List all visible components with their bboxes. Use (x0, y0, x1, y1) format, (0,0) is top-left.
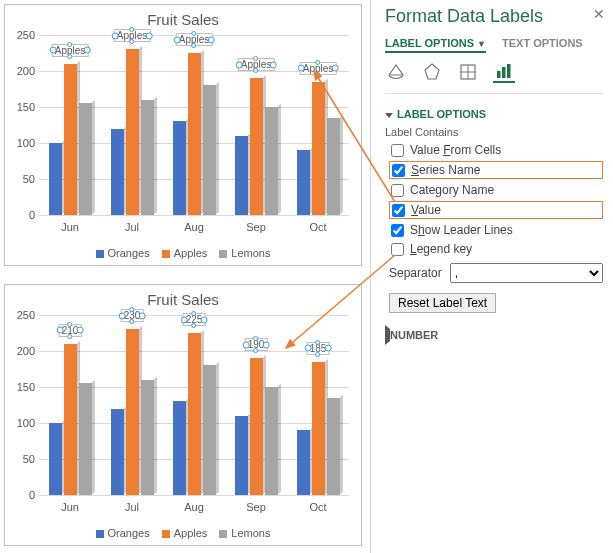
chk-show-leader[interactable]: Show Leader Lines (389, 222, 603, 238)
pane-title: Format Data Labels (385, 6, 603, 27)
pane-icon-row (385, 61, 603, 94)
bar-group[interactable]: 185 (287, 315, 349, 495)
bar-lemons[interactable] (203, 85, 216, 215)
fill-icon[interactable] (385, 61, 407, 83)
separator-select[interactable]: , (450, 263, 603, 283)
chk-series-name[interactable]: Series Name (389, 161, 603, 179)
bar-oranges[interactable] (111, 409, 124, 495)
bar-oranges[interactable] (297, 430, 310, 495)
bar-apples[interactable]: Apples (312, 82, 325, 215)
chk-label: Value From Cells (410, 143, 501, 157)
close-icon[interactable]: ✕ (593, 6, 605, 22)
chk-legend-key[interactable]: Legend key (389, 241, 603, 257)
bar-apples[interactable]: Apples (126, 49, 139, 215)
legend-item[interactable]: Oranges (96, 247, 150, 259)
chk-label: Category Name (410, 183, 494, 197)
effects-icon[interactable] (421, 61, 443, 83)
chk-label: Show Leader Lines (410, 223, 513, 237)
legend-item[interactable]: Oranges (96, 527, 150, 539)
x-tick: Oct (287, 501, 349, 513)
bar-apples[interactable]: 230 (126, 329, 139, 495)
data-label[interactable]: 225 (183, 313, 206, 326)
bar-group[interactable]: 210 (39, 315, 101, 495)
bar-oranges[interactable] (49, 143, 62, 215)
x-tick: Aug (163, 501, 225, 513)
data-label[interactable]: 230 (121, 309, 144, 322)
bar-oranges[interactable] (49, 423, 62, 495)
bar-oranges[interactable] (297, 150, 310, 215)
bar-lemons[interactable] (141, 380, 154, 495)
bar-lemons[interactable] (203, 365, 216, 495)
bar-group[interactable]: Apples (101, 35, 163, 215)
chk-label: Series Name (411, 163, 480, 177)
checkbox[interactable] (392, 204, 405, 217)
checkbox[interactable] (391, 224, 404, 237)
legend-item[interactable]: Lemons (219, 527, 270, 539)
bar-oranges[interactable] (173, 121, 186, 215)
bar-group[interactable]: Apples (163, 35, 225, 215)
x-tick: Aug (163, 221, 225, 233)
checkbox[interactable] (392, 164, 405, 177)
checkbox[interactable] (391, 144, 404, 157)
checkbox[interactable] (391, 184, 404, 197)
chk-value[interactable]: Value (389, 201, 603, 219)
data-label[interactable]: 190 (245, 338, 268, 351)
chart-title: Fruit Sales (5, 5, 361, 28)
svg-rect-6 (507, 64, 511, 78)
bar-apples[interactable]: 210 (64, 344, 77, 495)
bar-apples[interactable]: 190 (250, 358, 263, 495)
legend-item[interactable]: Apples (162, 247, 208, 259)
chart-bottom[interactable]: Fruit Sales05010015020025021023022519018… (4, 284, 362, 546)
legend[interactable]: OrangesApplesLemons (5, 247, 361, 259)
size-icon[interactable] (457, 61, 479, 83)
bar-group[interactable]: Apples (287, 35, 349, 215)
bar-apples[interactable]: Apples (250, 78, 263, 215)
bar-apples[interactable]: Apples (64, 64, 77, 215)
bar-group[interactable]: 190 (225, 315, 287, 495)
bar-lemons[interactable] (141, 100, 154, 215)
bar-group[interactable]: Apples (39, 35, 101, 215)
chk-category-name[interactable]: Category Name (389, 182, 603, 198)
svg-rect-4 (497, 71, 501, 78)
checkbox[interactable] (391, 243, 404, 256)
tab-label-options[interactable]: LABEL OPTIONS ▼ (385, 37, 486, 53)
chart-options-icon[interactable] (493, 61, 515, 83)
chk-value-from-cells[interactable]: Value From Cells (389, 142, 603, 158)
bar-apples[interactable]: 225 (188, 333, 201, 495)
bar-apples[interactable]: 185 (312, 362, 325, 495)
bar-lemons[interactable] (79, 383, 92, 495)
bar-lemons[interactable] (265, 387, 278, 495)
data-label[interactable]: Apples (114, 29, 151, 42)
reset-label-text-button[interactable]: Reset Label Text (389, 293, 496, 313)
data-label[interactable]: Apples (52, 44, 89, 57)
section-number[interactable]: NUMBER (385, 329, 603, 341)
data-label[interactable]: 185 (307, 342, 330, 355)
bar-lemons[interactable] (327, 118, 340, 215)
chart-top[interactable]: Fruit Sales050100150200250ApplesApplesAp… (4, 4, 362, 266)
data-label[interactable]: Apples (176, 33, 213, 46)
section-label-options[interactable]: LABEL OPTIONS (385, 108, 603, 120)
bar-lemons[interactable] (265, 107, 278, 215)
bar-group[interactable]: 230 (101, 315, 163, 495)
legend-item[interactable]: Apples (162, 527, 208, 539)
data-label[interactable]: Apples (300, 62, 337, 75)
bar-oranges[interactable] (235, 416, 248, 495)
bar-group[interactable]: 225 (163, 315, 225, 495)
legend-item[interactable]: Lemons (219, 247, 270, 259)
x-tick: Sep (225, 501, 287, 513)
legend[interactable]: OrangesApplesLemons (5, 527, 361, 539)
bar-oranges[interactable] (235, 136, 248, 215)
plot-area[interactable]: 050100150200250ApplesApplesApplesApplesA… (39, 35, 349, 215)
tab-text-options[interactable]: TEXT OPTIONS (502, 37, 583, 53)
plot-area[interactable]: 050100150200250210230225190185JunJulAugS… (39, 315, 349, 495)
bar-lemons[interactable] (79, 103, 92, 215)
x-tick: Jun (39, 501, 101, 513)
data-label[interactable]: Apples (238, 58, 275, 71)
bar-apples[interactable]: Apples (188, 53, 201, 215)
bar-oranges[interactable] (111, 129, 124, 215)
x-tick: Jun (39, 221, 101, 233)
bar-lemons[interactable] (327, 398, 340, 495)
bar-oranges[interactable] (173, 401, 186, 495)
bar-group[interactable]: Apples (225, 35, 287, 215)
data-label[interactable]: 210 (59, 324, 82, 337)
